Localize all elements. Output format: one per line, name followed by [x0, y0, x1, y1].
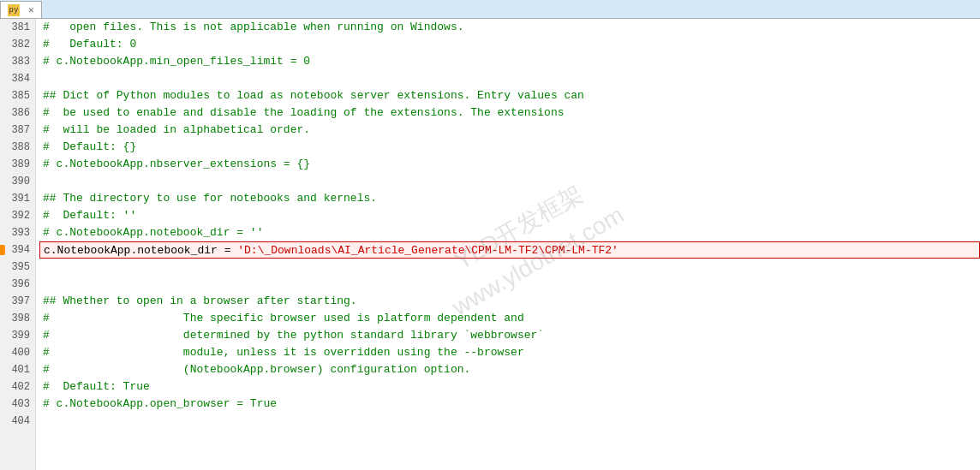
code-line: # Default: {} — [39, 139, 980, 156]
code-line — [39, 70, 980, 87]
code-line — [39, 413, 980, 430]
editor-container: py ✕ 38138238338438538638738838939039139… — [0, 0, 980, 470]
line-number: 389 — [0, 156, 35, 173]
tab-close-button[interactable]: ✕ — [28, 4, 34, 15]
line-number: 386 — [0, 104, 35, 122]
line-number: 384 — [0, 70, 35, 87]
code-line: # be used to enable and disable the load… — [39, 104, 980, 122]
code-line: # c.NotebookApp.nbserver_extensions = {} — [39, 156, 980, 173]
code-line: # (NotebookApp.browser) configuration op… — [39, 361, 980, 378]
code-line: # c.NotebookApp.min_open_files_limit = 0 — [39, 53, 980, 70]
tab-bar: py ✕ — [0, 0, 980, 19]
line-number: 392 — [0, 207, 35, 224]
line-number: 394 — [0, 241, 35, 259]
line-number: 398 — [0, 310, 35, 327]
code-line: ## Dict of Python modules to load as not… — [39, 87, 980, 104]
code-line: # c.NotebookApp.notebook_dir = '' — [39, 224, 980, 241]
code-line: # Default: 0 — [39, 36, 980, 53]
code-line: # determined by the python standard libr… — [39, 327, 980, 344]
line-number: 383 — [0, 53, 35, 70]
line-number: 395 — [0, 259, 35, 276]
code-line: # module, unless it is overridden using … — [39, 344, 980, 361]
line-number: 402 — [0, 378, 35, 396]
code-line: # Default: True — [39, 378, 980, 396]
line-number: 387 — [0, 122, 35, 139]
code-line: # will be loaded in alphabetical order. — [39, 122, 980, 139]
code-line — [39, 276, 980, 293]
line-number: 404 — [0, 413, 35, 430]
line-number: 399 — [0, 327, 35, 344]
line-number: 403 — [0, 396, 35, 413]
code-line: ## Whether to open in a browser after st… — [39, 293, 980, 310]
line-number: 381 — [0, 19, 35, 36]
line-number: 393 — [0, 224, 35, 241]
code-area: 3813823833843853863873883893903913923933… — [0, 19, 980, 470]
line-number: 396 — [0, 276, 35, 293]
code-line: # The specific browser used is platform … — [39, 310, 980, 327]
code-line: # open files. This is not applicable whe… — [39, 19, 980, 36]
code-content[interactable]: # open files. This is not applicable whe… — [36, 19, 980, 470]
code-line — [39, 259, 980, 276]
line-numbers: 3813823833843853863873883893903913923933… — [0, 19, 36, 470]
code-line: c.NotebookApp.notebook_dir = 'D:\_Downlo… — [39, 241, 980, 259]
line-number: 390 — [0, 173, 35, 190]
file-tab[interactable]: py ✕ — [0, 1, 42, 18]
line-number: 382 — [0, 36, 35, 53]
line-number: 397 — [0, 293, 35, 310]
line-number: 391 — [0, 190, 35, 207]
line-number: 401 — [0, 361, 35, 378]
file-icon: py — [8, 4, 20, 16]
code-line: # c.NotebookApp.open_browser = True — [39, 396, 980, 413]
code-line — [39, 173, 980, 190]
line-number: 400 — [0, 344, 35, 361]
line-number: 388 — [0, 139, 35, 156]
code-line: ## The directory to use for notebooks an… — [39, 190, 980, 207]
line-number: 385 — [0, 87, 35, 104]
code-line: # Default: '' — [39, 207, 980, 224]
